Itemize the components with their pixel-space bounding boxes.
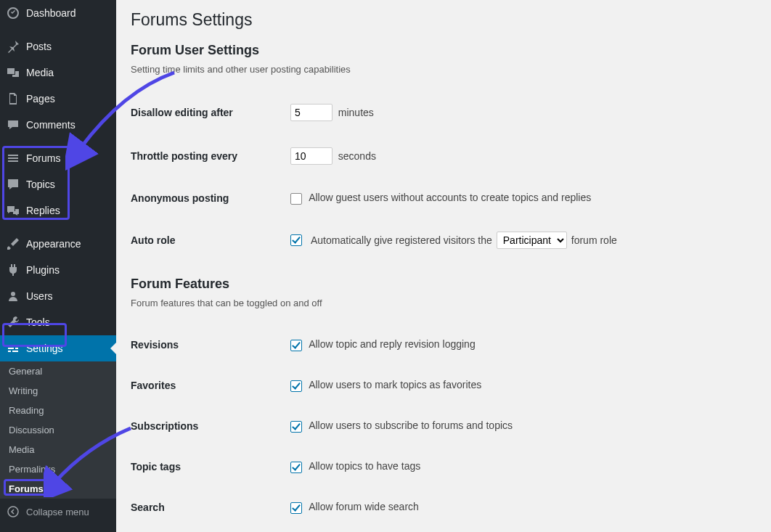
section-desc-features: Forum features that can be toggled on an… xyxy=(131,298,756,308)
main-content: Forums Settings Forum User Settings Sett… xyxy=(116,0,771,532)
plug-icon xyxy=(6,263,20,277)
features-table: Revisions Allow topic and reply revision… xyxy=(131,324,756,528)
sidebar-label: Tools xyxy=(26,316,50,328)
search-label[interactable]: Allow forum wide search xyxy=(290,501,419,512)
subscriptions-label[interactable]: Allow users to subscribe to forums and t… xyxy=(290,420,513,431)
throttle-seconds-input[interactable] xyxy=(290,147,333,165)
row-label-revisions: Revisions xyxy=(131,324,290,365)
svg-point-0 xyxy=(11,292,15,296)
sidebar-label: Plugins xyxy=(26,264,60,276)
sidebar-label: Media xyxy=(26,67,54,78)
sidebar-label: Topics xyxy=(26,179,55,190)
anon-checkbox[interactable] xyxy=(290,193,302,205)
favorites-desc: Allow users to mark topics as favorites xyxy=(309,379,481,390)
autorole-select[interactable]: Participant xyxy=(497,232,567,249)
sidebar-item-settings[interactable]: Settings xyxy=(0,335,116,361)
sidebar-item-users[interactable]: Users xyxy=(0,283,116,309)
anon-desc: Allow guest users without accounts to cr… xyxy=(309,192,591,203)
brush-icon xyxy=(6,237,20,251)
sidebar-item-tools[interactable]: Tools xyxy=(0,309,116,335)
admin-sidebar: Dashboard Posts Media Pages Comments For… xyxy=(0,0,116,532)
sidebar-label: Posts xyxy=(26,41,52,52)
sub-item-media[interactable]: Media xyxy=(0,440,116,459)
favorites-label[interactable]: Allow users to mark topics as favorites xyxy=(290,379,481,390)
dashboard-icon xyxy=(6,6,20,20)
sidebar-item-appearance[interactable]: Appearance xyxy=(0,231,116,257)
sliders-icon xyxy=(6,341,20,356)
sidebar-label: Appearance xyxy=(26,238,81,250)
collapse-icon xyxy=(6,504,20,519)
sidebar-item-comments[interactable]: Comments xyxy=(0,112,116,138)
sidebar-label: Dashboard xyxy=(26,7,76,19)
sidebar-item-replies[interactable]: Replies xyxy=(0,197,116,224)
sidebar-label: Users xyxy=(26,290,53,302)
sub-item-discussion[interactable]: Discussion xyxy=(0,420,116,440)
user-settings-table: Disallow editing after minutes Throttle … xyxy=(131,91,756,262)
subscriptions-checkbox[interactable] xyxy=(290,421,302,433)
page-icon xyxy=(6,91,20,106)
subscriptions-desc: Allow users to subscribe to forums and t… xyxy=(309,420,513,431)
row-label-anon: Anonymous posting xyxy=(131,178,290,218)
revisions-checkbox[interactable] xyxy=(290,340,302,351)
row-label-favorites: Favorites xyxy=(131,365,290,406)
editing-suffix: minutes xyxy=(338,107,374,118)
section-desc-user: Setting time limits and other user posti… xyxy=(131,64,756,75)
autorole-label[interactable]: Automatically give registered visitors t… xyxy=(290,232,617,249)
sidebar-label: Settings xyxy=(26,343,63,354)
sidebar-label: Comments xyxy=(26,119,76,131)
collapse-menu[interactable]: Collapse menu xyxy=(0,499,116,525)
sidebar-label: Forums xyxy=(26,152,60,164)
pin-icon xyxy=(6,39,20,54)
revisions-desc: Allow topic and reply revision logging xyxy=(309,338,476,350)
replies-icon xyxy=(6,203,20,218)
svg-point-1 xyxy=(8,507,18,517)
row-label-subscriptions: Subscriptions xyxy=(131,406,290,446)
row-label-editing: Disallow editing after xyxy=(131,91,290,134)
sidebar-label: Replies xyxy=(26,205,60,216)
sub-item-forums[interactable]: Forums xyxy=(0,479,116,499)
throttle-suffix: seconds xyxy=(338,150,376,162)
tags-desc: Allow topics to have tags xyxy=(309,460,420,472)
wrench-icon xyxy=(6,315,20,330)
sidebar-item-plugins[interactable]: Plugins xyxy=(0,257,116,283)
editing-minutes-input[interactable] xyxy=(290,104,333,121)
section-heading-user: Forum User Settings xyxy=(131,43,756,58)
comment-icon xyxy=(6,118,20,132)
sub-item-permalinks[interactable]: Permalinks xyxy=(0,459,116,479)
revisions-label[interactable]: Allow topic and reply revision logging xyxy=(290,338,476,350)
autorole-desc-post: forum role xyxy=(571,234,617,246)
autorole-desc-pre: Automatically give registered visitors t… xyxy=(311,234,492,246)
sidebar-item-dashboard[interactable]: Dashboard xyxy=(0,0,116,26)
tags-checkbox[interactable] xyxy=(290,462,302,473)
favorites-checkbox[interactable] xyxy=(290,380,302,392)
topics-icon xyxy=(6,177,20,192)
sidebar-item-pages[interactable]: Pages xyxy=(0,86,116,112)
sidebar-item-forums[interactable]: Forums xyxy=(0,145,116,171)
collapse-label: Collapse menu xyxy=(26,507,89,517)
search-desc: Allow forum wide search xyxy=(309,501,419,512)
page-title: Forums Settings xyxy=(131,10,756,30)
row-label-throttle: Throttle posting every xyxy=(131,134,290,178)
autorole-checkbox[interactable] xyxy=(290,234,302,246)
media-icon xyxy=(6,65,20,80)
sidebar-item-posts[interactable]: Posts xyxy=(0,33,116,60)
sidebar-item-topics[interactable]: Topics xyxy=(0,171,116,197)
anon-label[interactable]: Allow guest users without accounts to cr… xyxy=(290,192,591,203)
user-icon xyxy=(6,289,20,303)
sidebar-item-media[interactable]: Media xyxy=(0,60,116,86)
tags-label[interactable]: Allow topics to have tags xyxy=(290,460,420,472)
section-heading-features: Forum Features xyxy=(131,277,756,292)
sub-item-general[interactable]: General xyxy=(0,361,116,381)
row-label-tags: Topic tags xyxy=(131,446,290,487)
settings-submenu: General Writing Reading Discussion Media… xyxy=(0,361,116,499)
sub-item-writing[interactable]: Writing xyxy=(0,381,116,401)
forums-icon xyxy=(6,151,20,165)
sub-item-reading[interactable]: Reading xyxy=(0,401,116,420)
row-label-autorole: Auto role xyxy=(131,218,290,262)
sidebar-label: Pages xyxy=(26,93,55,105)
search-checkbox[interactable] xyxy=(290,502,302,514)
row-label-search: Search xyxy=(131,487,290,528)
